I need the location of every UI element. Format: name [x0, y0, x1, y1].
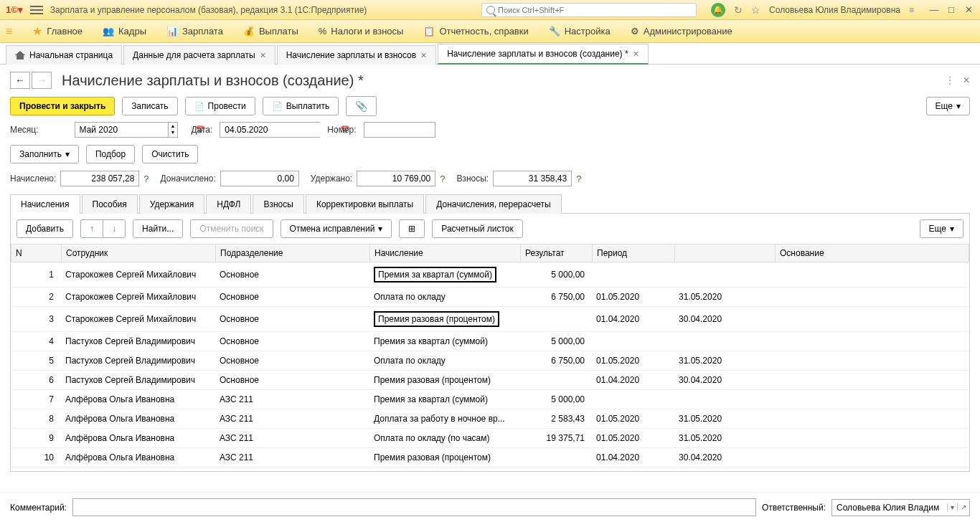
maximize-button[interactable]: □	[946, 4, 957, 16]
help-icon[interactable]: ?	[143, 174, 149, 184]
chevron-down-icon: ▾	[65, 149, 70, 159]
nav-item-hr[interactable]: 👥Кадры	[103, 26, 146, 37]
more-button[interactable]: Еще ▾	[926, 97, 970, 115]
main-toolbar: Провести и закрыть Записать 📄Провести 📄В…	[0, 96, 980, 122]
tab-additional[interactable]: Доначисления, перерасчеты	[425, 194, 561, 214]
accrued-value[interactable]	[60, 171, 139, 186]
report-icon: 📋	[423, 26, 435, 37]
close-icon[interactable]: ✕	[420, 51, 427, 60]
col-basis[interactable]: Основание	[776, 245, 969, 262]
move-up-button[interactable]: ↑	[80, 219, 103, 238]
doc-tab-data[interactable]: Данные для расчета зарплаты✕	[123, 45, 275, 65]
table-row[interactable]: 7Алфёрова Ольга ИвановнаАЗС 211Премия за…	[11, 390, 969, 409]
save-button[interactable]: Записать	[122, 97, 177, 115]
additional-value[interactable]	[220, 171, 299, 186]
chevron-down-icon: ▾	[956, 101, 961, 111]
open-icon[interactable]: ↗	[957, 503, 969, 511]
col-employee[interactable]: Сотрудник	[62, 245, 216, 262]
arrow-up-icon: ↑	[90, 224, 94, 234]
table-row[interactable]: 9Алфёрова Ольга ИвановнаАЗС 211Оплата по…	[11, 429, 969, 448]
cancel-fix-button[interactable]: Отмена исправлений ▾	[281, 219, 392, 238]
payslip-button[interactable]: Расчетный листок	[432, 219, 522, 238]
attach-button[interactable]: 📎	[346, 96, 377, 116]
table-row[interactable]: 6Пастухов Сергей ВладимировичОсновноеПре…	[11, 371, 969, 390]
responsible-select[interactable]: ▾ ↗	[831, 499, 970, 516]
month-spinner[interactable]: ▲▼	[168, 122, 179, 138]
contrib-label: Взносы:	[456, 174, 489, 184]
help-icon[interactable]: ?	[576, 174, 581, 184]
history-icon[interactable]: ↻	[734, 4, 743, 16]
close-icon[interactable]: ✕	[260, 51, 266, 60]
nav-item-reports[interactable]: 📋Отчетность, справки	[423, 26, 528, 37]
user-name[interactable]: Соловьева Юлия Владимировна	[769, 5, 900, 15]
bell-icon[interactable]: 🔔	[711, 3, 725, 17]
tab-corrections[interactable]: Корректировки выплаты	[306, 194, 424, 214]
date-input[interactable]: 📅	[220, 122, 320, 138]
table-settings-button[interactable]: ⊞	[399, 219, 425, 238]
table-row[interactable]: 3Старокожев Сергей МихайловичОсновноеПре…	[11, 307, 969, 332]
nav-item-main[interactable]: ★Главное	[32, 24, 83, 38]
close-page-button[interactable]: ✕	[963, 75, 970, 85]
col-accrual[interactable]: Начисление	[370, 245, 521, 262]
col-dept[interactable]: Подразделение	[216, 245, 370, 262]
tab-ndfl[interactable]: НДФЛ	[206, 194, 251, 214]
home-icon	[15, 51, 25, 60]
col-period[interactable]: Период	[593, 245, 675, 262]
search-input[interactable]	[498, 6, 692, 14]
back-button[interactable]: ←	[10, 72, 30, 89]
help-icon[interactable]: ?	[440, 174, 445, 184]
table-row[interactable]: 2Старокожев Сергей МихайловичОсновноеОпл…	[11, 288, 969, 307]
app-title: Зарплата и управление персоналом (базова…	[50, 5, 367, 15]
doc-tab-accrual[interactable]: Начисление зарплаты и взносов✕	[277, 45, 437, 65]
star-icon[interactable]: ☆	[751, 4, 760, 16]
close-button[interactable]: ✕	[963, 4, 974, 16]
tab-deductions[interactable]: Удержания	[139, 194, 205, 214]
col-period2[interactable]	[675, 245, 776, 262]
nav-item-admin[interactable]: ⚙Администрирование	[631, 26, 732, 37]
find-button[interactable]: Найти...	[133, 219, 183, 238]
fill-button[interactable]: Заполнить ▾	[10, 145, 79, 163]
pay-button[interactable]: 📄Выплатить	[263, 97, 339, 115]
contrib-value[interactable]	[493, 171, 572, 186]
post-button[interactable]: 📄Провести	[185, 97, 255, 115]
month-input[interactable]: 📅	[75, 122, 168, 138]
number-input[interactable]	[364, 122, 435, 138]
nav-favorites-icon[interactable]: ≡	[6, 25, 12, 38]
pick-button[interactable]: Подбор	[86, 145, 135, 163]
tab-accruals[interactable]: Начисления	[10, 194, 80, 214]
grid-body[interactable]: 1Старокожев Сергей МихайловичОсновноеПре…	[11, 262, 969, 469]
add-button[interactable]: Добавить	[17, 219, 73, 238]
table-row[interactable]: 1Старокожев Сергей МихайловичОсновноеПре…	[11, 262, 969, 288]
chevron-down-icon[interactable]: ▾	[947, 503, 957, 511]
nav-item-taxes[interactable]: %Налоги и взносы	[319, 26, 404, 37]
col-result[interactable]: Результат	[521, 245, 593, 262]
table-row[interactable]: 8Алфёрова Ольга ИвановнаАЗС 211Доплата з…	[11, 409, 969, 429]
move-down-button[interactable]: ↓	[103, 219, 126, 238]
nav-item-payments[interactable]: 💰Выплаты	[243, 26, 298, 37]
totals-row: Начислено: ? Доначислено: Удержано: ? Вз…	[0, 171, 980, 194]
comment-input[interactable]	[72, 498, 756, 516]
tab-more-button[interactable]: Еще ▾	[920, 219, 963, 238]
nav-item-settings[interactable]: 🔧Настройка	[549, 26, 611, 37]
tab-benefits[interactable]: Пособия	[82, 194, 138, 214]
clear-button[interactable]: Очистить	[142, 145, 198, 163]
table-row[interactable]: 5Пастухов Сергей ВладимировичОсновноеОпл…	[11, 351, 969, 371]
close-icon[interactable]: ✕	[633, 49, 639, 59]
kebab-icon[interactable]: ⋮	[946, 75, 954, 85]
withheld-value[interactable]	[357, 171, 435, 186]
doc-tab-accrual-new[interactable]: Начисление зарплаты и взносов (создание)…	[438, 44, 648, 65]
nav-item-salary[interactable]: 📊Зарплата	[166, 26, 223, 37]
forward-button[interactable]: →	[32, 72, 52, 89]
post-and-close-button[interactable]: Провести и закрыть	[10, 97, 115, 115]
tab-contrib[interactable]: Взносы	[253, 194, 303, 214]
table-row[interactable]: 4Пастухов Сергей ВладимировичОсновноеПре…	[11, 332, 969, 351]
menu-icon[interactable]	[30, 6, 43, 14]
search-box[interactable]	[481, 3, 697, 17]
cancel-search-button[interactable]: Отменить поиск	[190, 219, 273, 238]
table-row[interactable]: 10Алфёрова Ольга ИвановнаАЗС 211Премия р…	[11, 448, 969, 468]
minimize-button[interactable]: —	[928, 4, 940, 16]
doc-tab-home[interactable]: Начальная страница	[6, 45, 122, 65]
settings-icon[interactable]: ≡	[909, 5, 914, 15]
col-n[interactable]: N	[11, 245, 62, 262]
fill-toolbar: Заполнить ▾ Подбор Очистить	[0, 145, 980, 171]
